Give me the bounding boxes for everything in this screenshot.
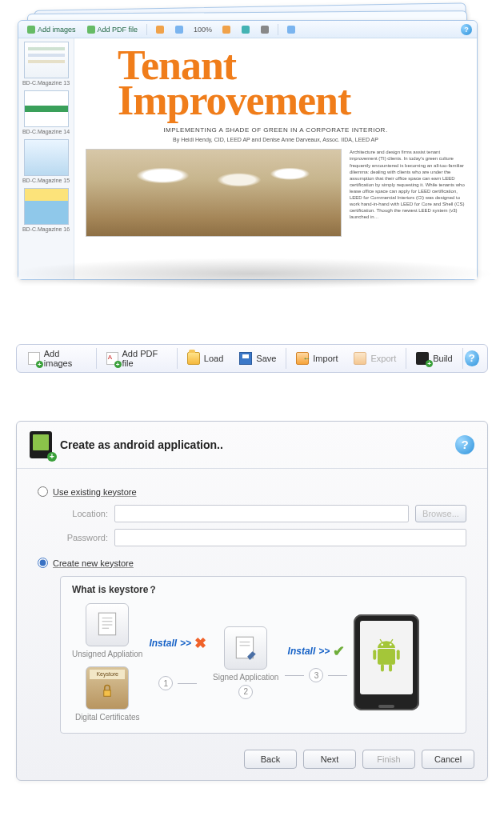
thumbnail-panel: BD-C.Magazine 13 BD-C.Magazine 14 BD-C.M… xyxy=(18,38,74,279)
import-icon xyxy=(296,352,309,365)
thumbnail[interactable]: BD-C.Magazine 13 xyxy=(22,42,70,86)
editor-small-btn-4[interactable] xyxy=(238,24,254,35)
step-1-badge: 1 xyxy=(158,676,173,690)
android-app-icon xyxy=(30,431,52,458)
thumbnail[interactable]: BD-C.Magazine 16 xyxy=(22,188,70,232)
save-button[interactable]: Save xyxy=(231,346,284,370)
page-canvas: TenantImprovement IMPLEMENTING A SHADE O… xyxy=(74,38,477,279)
android-dialog: Create as android application.. ? Use ex… xyxy=(16,421,488,781)
svg-rect-0 xyxy=(99,613,116,635)
svg-rect-13 xyxy=(381,664,384,672)
connector-2: Install>> ✔ 3 xyxy=(285,642,347,682)
dialog-footer: Back Next Finish Cancel xyxy=(17,742,487,769)
add-images-icon xyxy=(28,352,40,365)
editor-stack: Add images Add PDF file 100% ? BD-C.Maga… xyxy=(0,0,504,288)
page-byline: By Heidi Hendy, CID, LEED AP and Denise … xyxy=(86,137,466,142)
back-button[interactable]: Back xyxy=(244,750,297,769)
editor-help-icon[interactable]: ? xyxy=(461,24,472,35)
folder-open-icon xyxy=(187,352,200,365)
editor-window: Add images Add PDF file 100% ? BD-C.Maga… xyxy=(18,20,478,280)
add-images-button[interactable]: Add images xyxy=(20,346,94,370)
phone-device-icon xyxy=(354,614,419,710)
finish-button[interactable]: Finish xyxy=(362,750,415,769)
connector-1: Install>> ✖ 1 xyxy=(149,634,206,690)
use-existing-label[interactable]: Use existing keystore xyxy=(53,487,137,497)
dialog-help-icon[interactable]: ? xyxy=(455,435,474,454)
pdf-icon xyxy=(106,352,118,365)
password-label: Password: xyxy=(60,533,108,542)
svg-rect-5 xyxy=(104,690,111,696)
editor-add-pdf-label: Add PDF file xyxy=(98,26,138,34)
password-input[interactable] xyxy=(114,529,466,546)
step-3-badge: 3 xyxy=(309,668,323,682)
page-body-text: Architecture and design firms assist ten… xyxy=(350,149,466,220)
editor-small-btn-1[interactable] xyxy=(152,24,168,35)
editor-small-btn-3[interactable] xyxy=(218,24,234,35)
success-icon: ✔ xyxy=(333,642,345,660)
editor-add-images-button[interactable]: Add images xyxy=(23,24,80,35)
digital-certs-icon: Keystore xyxy=(86,666,129,710)
create-new-label[interactable]: Create new keystore xyxy=(53,558,134,568)
svg-point-9 xyxy=(382,643,384,646)
build-button[interactable]: Build xyxy=(408,346,460,370)
svg-point-10 xyxy=(390,643,392,646)
editor-small-btn-5[interactable] xyxy=(257,24,273,35)
create-new-radio[interactable] xyxy=(38,558,48,568)
browse-button[interactable]: Browse... xyxy=(415,505,466,522)
android-robot-icon xyxy=(369,638,404,678)
editor-small-btn-6[interactable] xyxy=(283,24,299,35)
export-button[interactable]: Export xyxy=(346,346,404,370)
cancel-button[interactable]: Cancel xyxy=(422,750,474,769)
build-icon xyxy=(416,352,429,365)
page-title: TenantImprovement xyxy=(118,48,466,118)
editor-zoom-label: 100% xyxy=(194,26,212,34)
use-existing-radio[interactable] xyxy=(38,486,48,497)
add-pdf-button[interactable]: Add PDF file xyxy=(98,346,175,370)
svg-rect-12 xyxy=(397,650,400,659)
export-icon xyxy=(354,352,366,365)
svg-rect-14 xyxy=(389,664,392,672)
svg-line-16 xyxy=(391,639,394,642)
svg-rect-11 xyxy=(374,650,377,659)
editor-add-images-label: Add images xyxy=(38,26,76,34)
location-input[interactable] xyxy=(114,505,409,522)
thumbnail[interactable]: BD-C.Magazine 14 xyxy=(22,90,70,134)
unsigned-app-icon xyxy=(86,603,129,646)
editor-small-btn-2[interactable] xyxy=(171,24,187,35)
fail-icon: ✖ xyxy=(194,634,206,652)
save-icon xyxy=(239,352,252,365)
load-button[interactable]: Load xyxy=(179,346,231,370)
page-photo xyxy=(86,149,342,237)
svg-line-15 xyxy=(380,639,382,642)
signed-app-icon xyxy=(224,626,267,670)
location-label: Location: xyxy=(60,509,108,518)
next-button[interactable]: Next xyxy=(303,750,356,769)
import-button[interactable]: Import xyxy=(288,346,346,370)
dialog-header: Create as android application.. ? xyxy=(17,422,487,469)
toolbar-help-icon[interactable]: ? xyxy=(465,350,479,366)
dialog-title: Create as android application.. xyxy=(60,438,223,451)
keystore-heading: What is keystore？ xyxy=(72,583,454,597)
step-2-badge: 2 xyxy=(238,685,253,699)
page-subtitle: IMPLEMENTING A SHADE OF GREEN IN A CORPO… xyxy=(86,126,466,134)
editor-add-pdf-button[interactable]: Add PDF file xyxy=(83,24,142,35)
keystore-diagram-box: What is keystore？ Unsigned Appliation Ke… xyxy=(60,576,466,734)
thumbnail[interactable]: BD-C.Magazine 15 xyxy=(22,139,70,183)
main-toolbar: Add images Add PDF file Load Save Import… xyxy=(16,344,488,373)
editor-toolbar: Add images Add PDF file 100% ? xyxy=(18,21,477,38)
